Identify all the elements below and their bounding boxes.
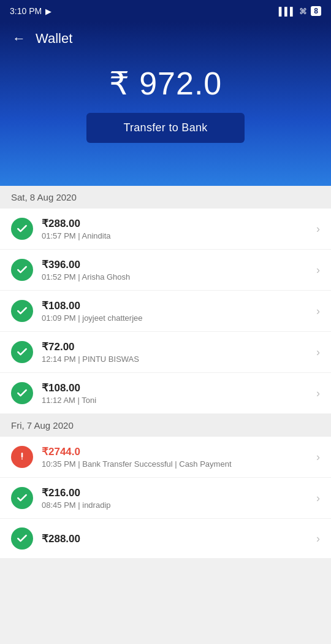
transaction-details: ₹72.0012:14 PM | PINTU BISWAS [42, 340, 316, 364]
transaction-meta: 11:12 AM | Toni [42, 396, 316, 405]
transaction-item[interactable]: ₹288.00› [0, 519, 331, 558]
transaction-amount: ₹216.00 [42, 486, 316, 499]
status-time: 3:10 PM ▶ [10, 6, 51, 16]
transaction-details: ₹108.0001:09 PM | joyjeet chatterjee [42, 299, 316, 323]
chevron-right-icon: › [316, 264, 320, 277]
transaction-amount: ₹396.00 [42, 258, 316, 271]
transaction-amount: ₹108.00 [42, 299, 316, 312]
transaction-item[interactable]: ₹396.0001:52 PM | Arisha Ghosh› [0, 250, 331, 291]
battery-badge: 8 [311, 6, 321, 16]
success-icon [11, 341, 33, 363]
transaction-details: ₹288.0001:57 PM | Anindita [42, 217, 316, 240]
success-icon [11, 300, 33, 322]
transaction-details: ₹396.0001:52 PM | Arisha Ghosh [42, 258, 316, 282]
transfer-to-bank-button[interactable]: Transfer to Bank [86, 113, 244, 143]
chevron-right-icon: › [316, 492, 320, 505]
transaction-meta: 01:52 PM | Arisha Ghosh [42, 272, 316, 282]
transaction-meta: 01:57 PM | Anindita [42, 231, 316, 240]
transaction-item[interactable]: ₹288.0001:57 PM | Anindita› [0, 209, 331, 250]
transaction-amount: ₹288.00 [42, 532, 316, 545]
transaction-amount: ₹72.00 [42, 340, 316, 353]
transaction-item[interactable]: ₹216.0008:45 PM | indradip› [0, 478, 331, 519]
chevron-right-icon: › [316, 223, 320, 236]
success-icon [11, 259, 33, 281]
transaction-item[interactable]: ₹108.0011:12 AM | Toni› [0, 373, 331, 414]
transaction-meta: 01:09 PM | joyjeet chatterjee [42, 313, 316, 323]
failure-icon [11, 446, 33, 468]
success-icon [11, 382, 33, 404]
success-icon [11, 487, 33, 509]
transaction-details: ₹288.00 [42, 532, 316, 545]
transaction-details: ₹2744.010:35 PM | Bank Transfer Successf… [42, 445, 316, 469]
transactions-list: Sat, 8 Aug 2020₹288.0001:57 PM | Anindit… [0, 186, 331, 558]
wifi-icon: ⌘ [299, 7, 307, 16]
header-top: ← Wallet [12, 31, 319, 47]
transaction-item[interactable]: ₹108.0001:09 PM | joyjeet chatterjee› [0, 291, 331, 332]
transaction-details: ₹216.0008:45 PM | indradip [42, 486, 316, 510]
chevron-right-icon: › [316, 387, 320, 400]
status-bar: 3:10 PM ▶ ▌▌▌ ⌘ 8 [0, 0, 331, 22]
chevron-right-icon: › [316, 305, 320, 318]
youtube-icon: ▶ [45, 7, 51, 16]
success-icon [11, 527, 33, 550]
signal-icon: ▌▌▌ [279, 7, 296, 16]
time-label: 3:10 PM [10, 6, 42, 16]
page-title: Wallet [36, 31, 72, 47]
transaction-amount: ₹108.00 [42, 381, 316, 394]
svg-point-1 [21, 458, 23, 459]
transaction-meta: 10:35 PM | Bank Transfer Successful | Ca… [42, 459, 316, 469]
back-button[interactable]: ← [12, 31, 26, 47]
status-icons: ▌▌▌ ⌘ 8 [279, 6, 321, 16]
date-header-0: Sat, 8 Aug 2020 [0, 186, 331, 209]
wallet-header: ← Wallet ₹ 972.0 Transfer to Bank [0, 22, 331, 186]
date-header-1: Fri, 7 Aug 2020 [0, 414, 331, 437]
transaction-amount: ₹2744.0 [42, 445, 316, 458]
transaction-meta: 12:14 PM | PINTU BISWAS [42, 355, 316, 364]
chevron-right-icon: › [316, 532, 320, 545]
success-icon [11, 218, 33, 240]
transaction-item[interactable]: ₹2744.010:35 PM | Bank Transfer Successf… [0, 437, 331, 478]
transaction-details: ₹108.0011:12 AM | Toni [42, 381, 316, 405]
transaction-item[interactable]: ₹72.0012:14 PM | PINTU BISWAS› [0, 332, 331, 373]
chevron-right-icon: › [316, 346, 320, 359]
transaction-amount: ₹288.00 [42, 217, 316, 230]
transaction-meta: 08:45 PM | indradip [42, 500, 316, 510]
balance-section: ₹ 972.0 Transfer to Bank [12, 65, 319, 155]
balance-amount: ₹ 972.0 [12, 65, 319, 102]
chevron-right-icon: › [316, 451, 320, 464]
